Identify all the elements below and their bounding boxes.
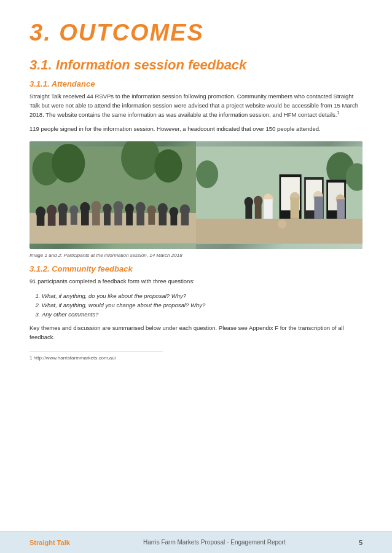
attendance-paragraph-1: Straight Talk received 44 RSVPs to the i… — [29, 92, 363, 120]
photo-right — [196, 141, 363, 249]
svg-point-35 — [196, 160, 218, 188]
feedback-closing: Key themes and discussion are summarised… — [29, 324, 363, 342]
svg-rect-55 — [245, 202, 252, 219]
svg-rect-25 — [136, 208, 144, 226]
svg-rect-33 — [181, 210, 189, 225]
svg-rect-7 — [37, 212, 45, 226]
svg-rect-51 — [314, 197, 323, 219]
svg-rect-15 — [81, 208, 89, 226]
svg-rect-21 — [114, 206, 122, 226]
session-photos — [29, 141, 363, 249]
svg-rect-53 — [337, 199, 345, 219]
section-heading: 3.1. Information session feedback — [29, 57, 363, 73]
svg-point-4 — [154, 149, 182, 182]
subsection-2-heading: 3.1.2. Community feedback — [29, 264, 363, 273]
svg-point-47 — [278, 220, 286, 229]
svg-rect-31 — [170, 212, 177, 226]
footnote-divider — [29, 351, 163, 351]
feedback-question-3: Any other comments? — [42, 310, 363, 319]
feedback-question-2: What, if anything, would you change abou… — [42, 300, 363, 310]
feedback-questions-list: What, if anything, do you like about the… — [42, 291, 363, 320]
image-caption: Image 1 and 2: Participants at the infor… — [29, 253, 363, 258]
page: 3. OUTCOMES 3.1. Information session fee… — [0, 0, 392, 553]
feedback-intro: 91 participants completed a feedback for… — [29, 277, 363, 286]
svg-rect-9 — [48, 210, 56, 226]
footnote: 1 http://www.harrisfarmmarkets.com.au/ — [29, 355, 363, 361]
page-footer: Straight Talk Harris Farm Markets Propos… — [0, 531, 392, 553]
svg-rect-49 — [291, 198, 299, 219]
svg-rect-27 — [148, 210, 155, 224]
svg-rect-29 — [159, 209, 167, 226]
feedback-question-1: What, if anything, do you like about the… — [42, 291, 363, 300]
main-heading: 3. OUTCOMES — [29, 20, 363, 46]
footer-page-number: 5 — [359, 539, 363, 546]
svg-rect-11 — [59, 209, 67, 226]
photo-left — [29, 141, 196, 249]
svg-point-2 — [52, 144, 85, 182]
svg-rect-23 — [126, 209, 133, 226]
svg-rect-17 — [92, 206, 100, 226]
footer-title: Harris Farm Markets Proposal - Engagemen… — [143, 539, 286, 546]
svg-rect-57 — [255, 201, 262, 219]
svg-rect-13 — [71, 210, 77, 224]
attendance-paragraph-2: 119 people signed in for the information… — [29, 125, 363, 134]
main-content: 3. OUTCOMES 3.1. Information session fee… — [0, 0, 392, 531]
svg-rect-46 — [264, 199, 272, 219]
footer-brand: Straight Talk — [29, 539, 70, 546]
svg-rect-19 — [104, 209, 111, 226]
subsection-1-heading: 3.1.1. Attendance — [29, 79, 363, 88]
